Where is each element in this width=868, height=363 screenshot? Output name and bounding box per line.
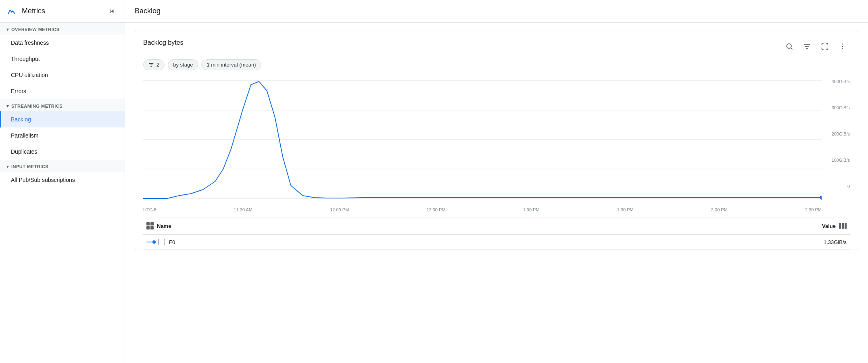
y-label-0: 0 bbox=[847, 184, 850, 189]
section-streaming-label: STREAMING METRICS bbox=[11, 104, 63, 108]
main-header: Backlog bbox=[125, 0, 868, 23]
chart-y-labels: 400GiB/s 300GiB/s 200GiB/s 100GiB/s 0 bbox=[824, 77, 850, 191]
chart-x-labels: UTC-8 11:30 AM 12:00 PM 12:30 PM 1:00 PM… bbox=[143, 206, 822, 214]
chart-card-header: Backlog bytes bbox=[143, 39, 850, 54]
legend-table: Name Value bbox=[143, 217, 850, 250]
nav-item-data-freshness[interactable]: Data freshness bbox=[0, 35, 125, 51]
y-label-200: 200GiB/s bbox=[832, 131, 850, 136]
sidebar: Metrics ▾ OVERVIEW METRICS Data freshnes… bbox=[0, 0, 125, 363]
x-label-utc8: UTC-8 bbox=[143, 207, 156, 212]
section-input-label: INPUT METRICS bbox=[11, 164, 48, 169]
nav-item-errors[interactable]: Errors bbox=[0, 83, 125, 99]
nav-item-parallelism[interactable]: Parallelism bbox=[0, 127, 125, 144]
chart-wrapper: 400GiB/s 300GiB/s 200GiB/s 100GiB/s 0 bbox=[143, 77, 850, 206]
legend-row-left: F0 bbox=[146, 239, 175, 245]
value-column-header: Value bbox=[822, 223, 836, 229]
nav-item-backlog[interactable]: Backlog bbox=[0, 111, 125, 127]
x-label-200: 2:00 PM bbox=[711, 207, 728, 212]
y-label-400: 400GiB/s bbox=[832, 79, 850, 84]
y-label-300: 300GiB/s bbox=[832, 105, 850, 110]
sidebar-title-wrap: Metrics bbox=[6, 6, 45, 17]
svg-point-4 bbox=[842, 44, 843, 45]
chart-svg-container bbox=[143, 77, 822, 206]
x-label-1130: 11:30 AM bbox=[234, 207, 252, 212]
svg-point-5 bbox=[842, 46, 843, 47]
filter-interval-chip[interactable]: 1 min interval (mean) bbox=[201, 59, 261, 70]
chart-end-dot bbox=[820, 196, 822, 200]
chart-card: Backlog bytes bbox=[135, 31, 858, 250]
filter-count-chip[interactable]: 2 bbox=[143, 59, 165, 70]
x-label-1200: 12:00 PM bbox=[330, 207, 349, 212]
legend-checkbox-f0[interactable] bbox=[159, 239, 165, 245]
legend-line-dot bbox=[146, 242, 154, 243]
x-label-1230: 12:30 PM bbox=[426, 207, 445, 212]
filter-count-label: 2 bbox=[156, 62, 159, 68]
chart-filters: 2 by stage 1 min interval (mean) bbox=[143, 59, 850, 70]
chart-line-f0 bbox=[143, 81, 822, 198]
more-options-button[interactable] bbox=[835, 39, 850, 54]
chart-title: Backlog bytes bbox=[143, 39, 184, 46]
section-streaming-metrics[interactable]: ▾ STREAMING METRICS bbox=[0, 99, 125, 111]
chevron-down-icon-input: ▾ bbox=[6, 164, 9, 169]
column-select-icon[interactable] bbox=[839, 223, 847, 229]
sidebar-header: Metrics bbox=[0, 0, 125, 23]
legend-dot bbox=[152, 240, 156, 244]
chart-actions bbox=[782, 39, 850, 54]
x-label-230: 2:30 PM bbox=[805, 207, 822, 212]
chevron-down-icon: ▾ bbox=[6, 27, 9, 32]
x-label-130: 1:30 PM bbox=[617, 207, 634, 212]
search-button[interactable] bbox=[782, 39, 797, 54]
filter-stage-chip[interactable]: by stage bbox=[168, 59, 198, 70]
legend-name-header: Name bbox=[146, 222, 171, 229]
nav-item-cpu-utilization[interactable]: CPU utilization bbox=[0, 67, 125, 83]
nav-item-throughput[interactable]: Throughput bbox=[0, 51, 125, 67]
svg-point-6 bbox=[842, 48, 843, 50]
filter-button[interactable] bbox=[800, 39, 814, 54]
y-label-100: 100GiB/s bbox=[832, 158, 850, 163]
svg-point-0 bbox=[787, 44, 791, 48]
nav-item-pubsub[interactable]: All Pub/Sub subscriptions bbox=[0, 172, 125, 188]
legend-item-name: F0 bbox=[169, 239, 175, 245]
name-column-header: Name bbox=[157, 223, 171, 229]
section-overview-label: OVERVIEW METRICS bbox=[11, 27, 60, 32]
filter-interval-label: 1 min interval (mean) bbox=[207, 62, 256, 68]
legend-line bbox=[146, 242, 154, 243]
main-content: Backlog Backlog bytes bbox=[125, 0, 868, 363]
sidebar-collapse-button[interactable] bbox=[105, 5, 118, 18]
chevron-down-icon-streaming: ▾ bbox=[6, 103, 9, 109]
section-input-metrics[interactable]: ▾ INPUT METRICS bbox=[0, 160, 125, 172]
legend-value-header: Value bbox=[822, 223, 847, 229]
sidebar-title: Metrics bbox=[22, 7, 45, 15]
metrics-icon bbox=[6, 6, 18, 17]
page-title: Backlog bbox=[135, 7, 161, 15]
legend-row: F0 1.33GiB/s bbox=[143, 235, 850, 250]
section-overview-metrics[interactable]: ▾ OVERVIEW METRICS bbox=[0, 23, 125, 35]
filter-stage-label: by stage bbox=[173, 62, 193, 68]
nav-item-duplicates[interactable]: Duplicates bbox=[0, 144, 125, 160]
grid-icon bbox=[146, 222, 154, 229]
legend-header: Name Value bbox=[143, 217, 850, 235]
content-area: Backlog bytes bbox=[125, 23, 868, 363]
chart-svg bbox=[143, 77, 822, 206]
legend-item-value: 1.33GiB/s bbox=[824, 239, 847, 245]
expand-button[interactable] bbox=[818, 39, 832, 54]
x-label-100: 1:00 PM bbox=[523, 207, 540, 212]
